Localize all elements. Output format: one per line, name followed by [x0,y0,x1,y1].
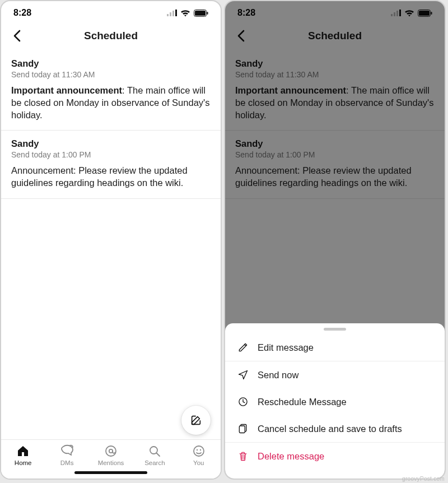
status-bar: 8:28 [1,1,221,21]
sheet-reschedule[interactable]: Reschedule Message [225,388,445,415]
scheduled-message[interactable]: Sandy Send today at 1:00 PM Announcement… [1,131,221,199]
tab-label: DMs [60,459,74,466]
svg-rect-6 [207,12,208,15]
watermark: groovyPost.com [402,476,445,482]
chevron-left-icon [13,30,21,42]
tab-label: You [193,459,204,466]
tab-label: Home [15,459,32,466]
message-body: Important announcement: The main office … [11,85,211,121]
sheet-item-label: Send now [258,370,298,380]
message-list: Sandy Send today at 11:30 AM Important a… [1,50,221,439]
svg-point-9 [109,449,113,453]
svg-point-14 [200,449,201,451]
svg-rect-1 [170,12,171,16]
cellular-icon [167,10,177,16]
phone-left: 8:28 Scheduled Sandy Send today at 11:30… [0,0,222,480]
draft-icon [237,423,249,434]
message-body: Announcement: Please review the updated … [11,165,211,189]
header: Scheduled [1,21,221,50]
dms-icon [60,444,74,458]
send-icon [237,369,249,380]
search-icon [148,444,161,458]
svg-rect-2 [172,11,174,16]
message-sender: Sandy [11,58,211,69]
sheet-item-label: Cancel schedule and save to drafts [258,424,402,434]
svg-point-13 [197,449,198,451]
tab-label: Mentions [98,459,124,466]
pencil-icon [237,342,249,353]
compose-icon [190,414,202,426]
back-button[interactable] [9,28,25,44]
message-sender: Sandy [11,138,211,149]
battery-icon [194,10,208,17]
wifi-icon [180,10,190,17]
message-schedule-time: Send today at 1:00 PM [11,150,211,159]
sheet-edit-message[interactable]: Edit message [225,334,445,361]
trash-icon [237,451,249,462]
home-indicator [74,471,147,474]
sheet-item-label: Reschedule Message [258,397,347,407]
svg-rect-24 [239,426,245,433]
sheet-grabber[interactable] [324,328,346,331]
tab-you[interactable]: You [182,444,216,466]
tab-dms[interactable]: DMs [50,444,84,466]
compose-button[interactable] [181,406,211,435]
sheet-cancel-save-draft[interactable]: Cancel schedule and save to drafts [225,415,445,443]
clock-icon [237,396,249,407]
you-icon [192,444,206,458]
mentions-icon [104,444,118,458]
tab-mentions[interactable]: Mentions [94,444,128,466]
svg-rect-5 [195,11,206,16]
sheet-send-now[interactable]: Send now [225,361,445,388]
page-title: Scheduled [1,30,221,42]
svg-point-12 [194,446,204,456]
svg-rect-0 [167,14,169,16]
sheet-item-label: Delete message [258,451,324,462]
svg-rect-3 [175,10,177,16]
sheet-item-label: Edit message [258,342,314,353]
svg-line-11 [157,453,160,457]
action-sheet: Edit message Send now Reschedule Message… [225,323,445,479]
tab-search[interactable]: Search [138,444,171,466]
tab-label: Search [144,459,165,466]
status-icons [167,10,208,17]
home-icon [16,444,30,458]
sheet-delete-message[interactable]: Delete message [225,443,445,470]
phone-right: 8:28 Scheduled Sandy Send today at 11:30… [224,0,446,480]
tab-home[interactable]: Home [6,444,40,466]
message-schedule-time: Send today at 11:30 AM [11,70,211,79]
scheduled-message[interactable]: Sandy Send today at 11:30 AM Important a… [1,50,221,131]
status-time: 8:28 [13,8,31,18]
